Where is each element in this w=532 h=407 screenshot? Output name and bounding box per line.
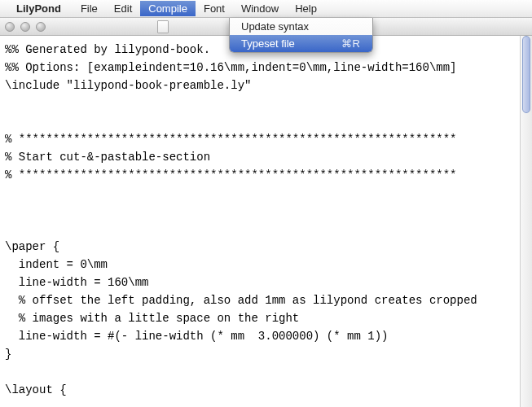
- menu-window[interactable]: Window: [233, 1, 287, 16]
- app-name[interactable]: LilyPond: [16, 2, 61, 15]
- vertical-scrollbar[interactable]: [520, 36, 532, 407]
- dropdown-update-syntax[interactable]: Update syntax: [230, 18, 372, 35]
- menu-file[interactable]: File: [73, 1, 106, 16]
- menu-edit[interactable]: Edit: [106, 1, 140, 16]
- minimize-button[interactable]: [20, 22, 30, 32]
- dropdown-item-shortcut: ⌘R: [341, 37, 361, 50]
- menu-help[interactable]: Help: [287, 1, 325, 16]
- scrollbar-thumb[interactable]: [522, 36, 530, 113]
- document-icon: [157, 20, 169, 33]
- traffic-lights: [5, 22, 46, 32]
- text-editor[interactable]: %% Generated by lilypond-book. %% Option…: [0, 36, 532, 407]
- zoom-button[interactable]: [36, 22, 46, 32]
- dropdown-typeset-file[interactable]: Typeset file ⌘R: [230, 35, 372, 52]
- compile-dropdown: Update syntax Typeset file ⌘R: [229, 18, 373, 53]
- dropdown-item-label: Typeset file: [241, 37, 295, 50]
- menu-compile[interactable]: Compile: [140, 1, 196, 16]
- menubar: LilyPond File Edit Compile Font Window H…: [0, 0, 532, 18]
- dropdown-item-label: Update syntax: [241, 20, 309, 33]
- close-button[interactable]: [5, 22, 15, 32]
- menu-font[interactable]: Font: [196, 1, 233, 16]
